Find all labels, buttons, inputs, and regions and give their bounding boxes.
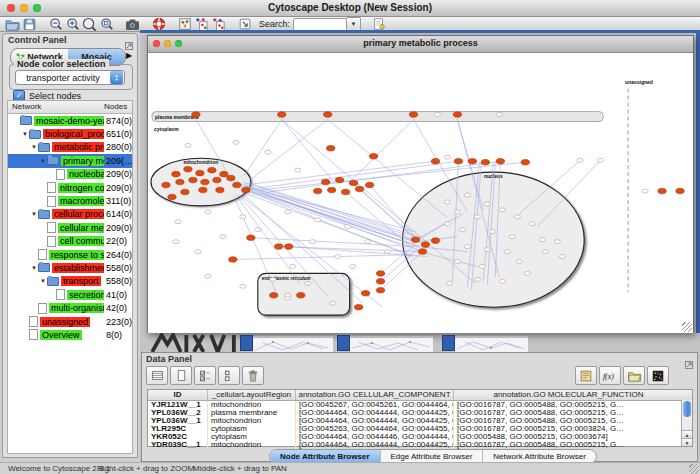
tree-column-nodes[interactable]: Nodes [104,102,127,111]
zoom-in-icon[interactable] [64,17,81,31]
svg-text:nucleus: nucleus [484,174,503,179]
background-window-fragment[interactable] [442,335,528,351]
background-window-fragment[interactable] [337,335,433,351]
background-window-canvas [253,336,333,352]
table-row[interactable]: YKR052Ccytoplasm[GO:0044464, GO:0044446,… [148,433,692,441]
attribute-editor-icon[interactable] [575,366,597,385]
tree-row[interactable]: mosaic-demo-yeast874(0) [8,114,132,127]
network-canvas[interactable]: plasma membranecytoplasmmitochondrionnuc… [148,53,693,333]
attribute-table[interactable]: ID_cellularLayoutRegionannotation.GO CEL… [147,389,693,447]
create-network-view-icon[interactable] [176,17,193,31]
table-cell: [GO:0016787, GO:0005488, GO:0005215, G… [454,441,683,449]
copy-view-nested-icon[interactable] [193,17,210,31]
network-graph[interactable]: plasma membranecytoplasmmitochondrionnuc… [148,53,693,331]
create-attribute-icon[interactable] [170,366,192,385]
network-tree[interactable]: Network Nodes mosaic-demo-yeast874(0)▼bi… [7,100,133,454]
tree-row[interactable]: ▼transport558(0) [8,275,132,288]
tree-row[interactable]: ▼metabolic process280(0) [8,141,132,154]
table-cell: [GO:0045263, GO:0044464, GO:0044455, G… [296,425,454,433]
import-network-icon[interactable] [236,17,253,31]
tree-row[interactable]: cellular metabo209(0) [8,221,132,234]
network-node-small [240,284,246,288]
view-resize-grip[interactable] [682,322,692,332]
table-row[interactable]: YPL036W__2plasma membrane[GO:0044464, GO… [148,409,692,417]
column-header[interactable]: _cellularLayoutRegion [208,390,296,400]
tree-row[interactable]: Overview8(0) [8,328,132,341]
network-view-window[interactable]: primary metabolic process plasma membran… [147,35,694,333]
table-row[interactable]: YLR295Ccytoplasm[GO:0045263, GO:0044464,… [148,425,692,433]
app-resize-grip[interactable] [689,464,699,474]
tree-column-network[interactable]: Network [12,102,41,111]
tree-row[interactable]: cell communicat22(0) [8,235,132,248]
network-node-small [499,208,505,212]
scroll-up-button[interactable]: ▲ [682,430,692,438]
unselect-attributes-icon[interactable] [218,366,240,385]
tree-row[interactable]: nucleobase-209(0) [8,168,132,181]
tree-row[interactable]: multi-organism pro42(0) [8,301,132,314]
network-node-small [434,113,440,117]
network-node-small [195,250,201,254]
expand-arrow-icon[interactable]: ▼ [30,265,38,271]
network-node-small [464,245,470,249]
network-node [201,179,209,185]
tree-row[interactable]: response to stimulu264(0) [8,248,132,261]
tree-row[interactable]: macromolecule311(0) [8,194,132,207]
help-icon[interactable] [150,17,167,31]
column-header[interactable]: annotation.GO CELLULAR_COMPONENT [296,390,454,400]
zoom-fit-icon[interactable] [81,17,98,31]
expand-arrow-icon[interactable]: ▼ [39,158,47,164]
table-scrollbar[interactable]: ▲ ▼ [681,400,692,446]
scroll-down-button[interactable]: ▼ [682,438,692,446]
attribute-panel-icon[interactable] [146,366,168,385]
expand-arrow-icon[interactable]: ▼ [30,144,38,150]
open-file-icon[interactable] [4,17,21,31]
table-cell: [GO:0044464, GO:0044446, GO:0044444, G… [296,433,454,441]
tree-row[interactable]: ▼cellular process614(0) [8,208,132,221]
node-count: 558(0) [106,263,132,273]
node-color-dropdown[interactable]: transporter activity ▲▼ [15,70,125,85]
column-header[interactable]: ID [148,390,208,400]
expand-arrow-icon[interactable]: ▼ [21,131,29,137]
network-node [278,112,286,118]
network-node [270,292,278,298]
table-row[interactable]: YJR121W__1mitochondrion[GO:0045267, GO:0… [148,401,692,409]
tree-row[interactable]: ▼primary metabo209(… [8,154,132,167]
attribute-matrix-icon[interactable] [647,366,669,385]
delete-attribute-icon[interactable] [242,366,264,385]
network-node [468,158,476,164]
search-options-icon[interactable] [370,17,387,31]
node-count: 311(0) [106,196,131,206]
network-node [431,238,439,244]
network-node-small [330,301,336,305]
node-color-selection-label: Node color selection [14,59,109,69]
tree-label: mosaic-demo-yeast [34,116,104,126]
tree-row[interactable]: ▼biological_process651(0) [8,127,132,140]
expand-arrow-icon[interactable]: ▼ [30,211,38,217]
snapshot-icon[interactable] [124,17,141,31]
table-cell: cytoplasm [208,425,296,433]
scrollbar-thumb[interactable] [683,401,691,417]
tree-row[interactable]: nitrogen compo209(0) [8,181,132,194]
expand-arrow-icon[interactable]: ▼ [39,278,47,284]
select-attributes-icon[interactable] [194,366,216,385]
formula-builder-icon[interactable]: f(x) [599,366,621,385]
zoom-selected-region-icon[interactable] [98,17,115,31]
node-count: 42(0) [106,303,127,313]
zoom-out-icon[interactable] [47,17,64,31]
column-header[interactable]: annotation.GO MOLECULAR_FUNCTION [454,390,683,400]
network-node-small [335,255,341,259]
table-row[interactable]: YPL036W__1mitochondrion[GO:0044464, GO:0… [148,417,692,425]
table-row[interactable]: YDR039C__1mitochondrion[GO:0044464, GO:0… [148,441,692,449]
search-input[interactable] [293,18,347,31]
background-window-fragment[interactable] [240,335,333,351]
more-tabs-arrow-icon[interactable]: ▶ [126,51,132,60]
tree-row[interactable]: unassigned223(0) [8,315,132,328]
tree-row[interactable]: ▼establishment of lo558(0) [8,261,132,274]
tree-row[interactable]: secretion41(0) [8,288,132,301]
search-label: Search: [259,19,290,29]
save-session-icon[interactable] [21,17,38,31]
float-panel-icon[interactable] [685,355,693,373]
import-attributes-icon[interactable] [623,366,645,385]
copy-view-flat-icon[interactable] [210,17,227,31]
network-view-titlebar[interactable]: primary metabolic process [148,36,693,53]
